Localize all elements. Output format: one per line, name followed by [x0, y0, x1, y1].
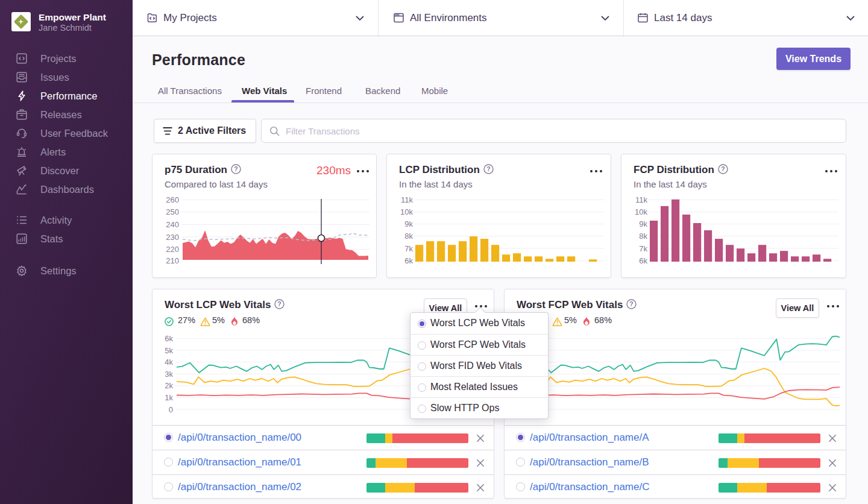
svg-text:0: 0	[169, 405, 173, 414]
svg-text:7k: 7k	[639, 244, 647, 253]
svg-text:240: 240	[166, 220, 179, 229]
svg-text:260: 260	[166, 195, 179, 204]
svg-text:220: 220	[166, 245, 179, 254]
svg-text:8k: 8k	[639, 232, 647, 241]
svg-text:11k: 11k	[401, 195, 413, 204]
svg-text:10k: 10k	[400, 207, 413, 216]
svg-text:250: 250	[166, 207, 179, 216]
svg-text:3k: 3k	[165, 370, 173, 379]
svg-text:7k: 7k	[404, 244, 413, 253]
svg-text:10k: 10k	[635, 207, 647, 216]
svg-text:9k: 9k	[639, 219, 647, 228]
svg-text:2k: 2k	[165, 381, 173, 390]
svg-text:5k: 5k	[165, 346, 173, 355]
svg-text:4k: 4k	[165, 358, 173, 367]
svg-text:230: 230	[166, 233, 179, 242]
svg-text:1k: 1k	[165, 393, 173, 402]
svg-text:6k: 6k	[165, 334, 173, 343]
svg-text:6k: 6k	[639, 256, 647, 265]
svg-text:9k: 9k	[404, 219, 413, 228]
svg-text:210: 210	[166, 256, 179, 265]
svg-text:8k: 8k	[404, 232, 413, 241]
svg-text:11k: 11k	[635, 195, 647, 204]
svg-text:6k: 6k	[404, 256, 413, 265]
